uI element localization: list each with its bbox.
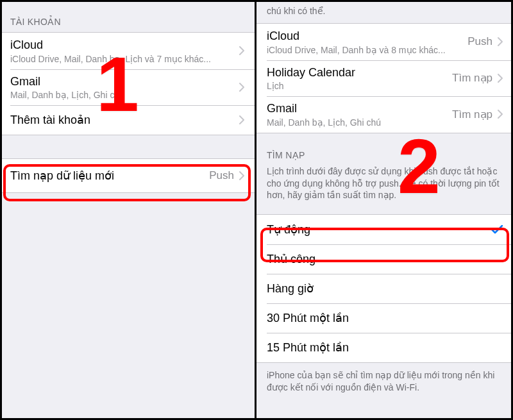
add-account-row[interactable]: Thêm tài khoản [0, 105, 255, 135]
schedule-label: 30 Phút một lần [267, 311, 503, 326]
accounts-group-right: iCloud iCloud Drive, Mail, Danh bạ và 8 … [256, 23, 513, 133]
fetch-bottom-note: iPhone của bạn sẽ chỉ tìm nạp dữ liệu mớ… [256, 363, 513, 394]
schedule-option-15min[interactable]: 15 Phút một lần [256, 333, 513, 362]
account-sub: Mail, Danh bạ, Lịch, Ghi chú [10, 90, 239, 100]
schedule-label: Tự động [267, 223, 491, 237]
chevron-right-icon [498, 74, 503, 83]
section-header-accounts: TÀI KHOẢN [0, 0, 255, 32]
account-title: Holiday Calendar [267, 65, 452, 80]
check-icon [491, 225, 503, 234]
schedule-label: 15 Phút một lần [267, 340, 503, 355]
schedule-option-30min[interactable]: 30 Phút một lần [256, 303, 513, 333]
account-title: Gmail [267, 101, 452, 116]
account-title: Gmail [10, 74, 239, 89]
account-fetch-mode: Tìm nạp [452, 71, 492, 85]
fetch-new-data-row[interactable]: Tìm nạp dữ liệu mới Push [0, 159, 255, 192]
schedule-option-auto[interactable]: Tự động [256, 215, 513, 244]
accounts-group: iCloud iCloud Drive, Mail, Danh bạ, Lịch… [0, 32, 255, 135]
account-row-icloud[interactable]: iCloud iCloud Drive, Mail, Danh bạ và 8 … [256, 24, 513, 60]
chevron-right-icon [498, 110, 503, 119]
fetch-schedule-group: Tự động Thủ công Hàng giờ 30 Phút một lầ… [256, 214, 513, 363]
account-row-gmail[interactable]: Gmail Mail, Danh bạ, Lịch, Ghi chú [0, 69, 255, 106]
schedule-label: Hàng giờ [267, 281, 503, 296]
account-fetch-mode: Push [467, 35, 492, 48]
account-sub: Lịch [267, 81, 452, 91]
fetch-value: Push [209, 169, 234, 182]
schedule-option-hourly[interactable]: Hàng giờ [256, 274, 513, 303]
chevron-right-icon [239, 46, 244, 55]
fetch-description: Lịch trình dưới đây được sử dụng khi pus… [256, 165, 513, 215]
account-sub: iCloud Drive, Mail, Danh bạ và 8 mục khá… [267, 45, 467, 55]
account-sub: iCloud Drive, Mail, Danh bạ, Lịch và 7 m… [10, 54, 239, 64]
fetch-title: Tìm nạp dữ liệu mới [10, 169, 209, 183]
chevron-right-icon [239, 171, 244, 180]
schedule-option-manual[interactable]: Thủ công [256, 244, 513, 274]
section-header-fetch: TÌM NẠP [256, 133, 513, 165]
account-sub: Mail, Danh bạ, Lịch, Ghi chú [267, 117, 452, 128]
fetch-group: Tìm nạp dữ liệu mới Push [0, 158, 255, 193]
account-row-gmail[interactable]: Gmail Mail, Danh bạ, Lịch, Ghi chú Tìm n… [256, 96, 513, 133]
schedule-label: Thủ công [267, 252, 503, 267]
pane-step-1: TÀI KHOẢN iCloud iCloud Drive, Mail, Dan… [0, 0, 256, 420]
pane-step-2: chú khi có thể. iCloud iCloud Drive, Mai… [256, 0, 513, 420]
add-account-label: Thêm tài khoản [10, 113, 239, 128]
account-row-holiday[interactable]: Holiday Calendar Lịch Tìm nạp [256, 60, 513, 97]
chevron-right-icon [498, 37, 503, 46]
chevron-right-icon [239, 115, 244, 124]
footer-fragment-top: chú khi có thể. [256, 0, 513, 23]
account-fetch-mode: Tìm nạp [452, 108, 492, 121]
account-title: iCloud [10, 38, 239, 53]
chevron-right-icon [239, 83, 244, 92]
account-title: iCloud [267, 29, 467, 44]
account-row-icloud[interactable]: iCloud iCloud Drive, Mail, Danh bạ, Lịch… [0, 33, 255, 69]
